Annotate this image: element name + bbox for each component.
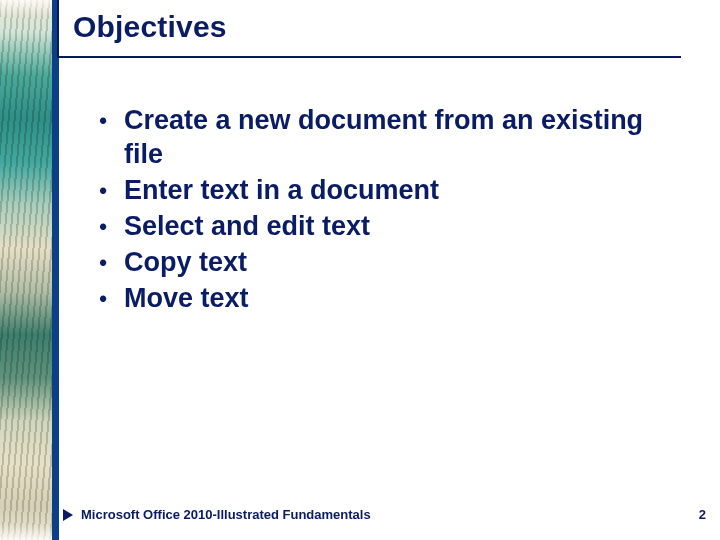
- bullet-icon: •: [82, 174, 124, 208]
- page-number: 2: [699, 507, 706, 522]
- slide-title: Objectives: [73, 10, 667, 44]
- footer: Microsoft Office 2010-Illustrated Fundam…: [63, 507, 706, 522]
- footer-text: Microsoft Office 2010-Illustrated Fundam…: [81, 507, 371, 522]
- list-item: • Enter text in a document: [82, 174, 682, 208]
- list-item-text: Select and edit text: [124, 210, 682, 244]
- vertical-accent-bar: [52, 0, 59, 540]
- triangle-right-icon: [63, 509, 73, 521]
- left-decorative-strip: [0, 0, 52, 540]
- slide: Objectives • Create a new document from …: [0, 0, 720, 540]
- list-item-text: Copy text: [124, 246, 682, 280]
- bullet-icon: •: [82, 104, 124, 138]
- bullet-icon: •: [82, 282, 124, 316]
- bullet-icon: •: [82, 210, 124, 244]
- list-item-text: Move text: [124, 282, 682, 316]
- list-item: • Select and edit text: [82, 210, 682, 244]
- footer-left: Microsoft Office 2010-Illustrated Fundam…: [63, 507, 371, 522]
- title-card: Objectives: [57, 0, 681, 58]
- list-item: • Copy text: [82, 246, 682, 280]
- list-item: • Move text: [82, 282, 682, 316]
- list-item-text: Create a new document from an existing f…: [124, 104, 682, 172]
- bullet-icon: •: [82, 246, 124, 280]
- list-item: • Create a new document from an existing…: [82, 104, 682, 172]
- list-item-text: Enter text in a document: [124, 174, 682, 208]
- objectives-list: • Create a new document from an existing…: [82, 104, 682, 316]
- content-area: • Create a new document from an existing…: [82, 104, 682, 318]
